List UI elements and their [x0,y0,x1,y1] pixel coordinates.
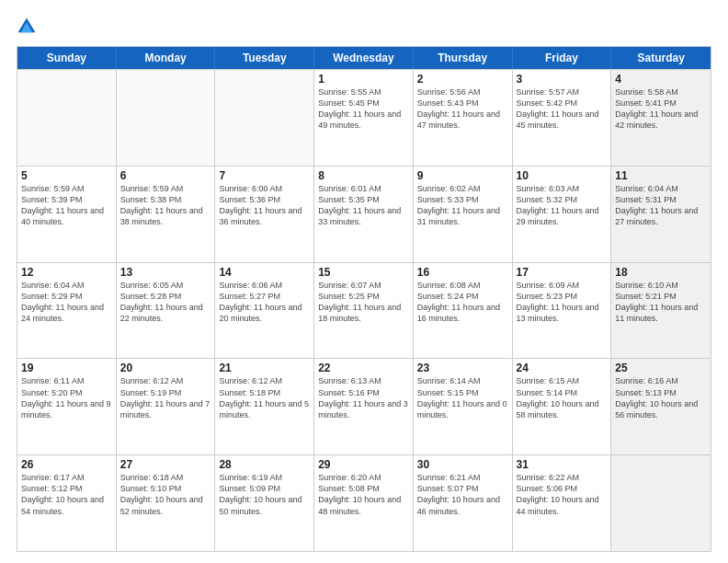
calendar-cell: 4Sunrise: 5:58 AM Sunset: 5:41 PM Daylig… [611,70,711,166]
logo [17,17,40,37]
calendar-cell: 5Sunrise: 5:59 AM Sunset: 5:39 PM Daylig… [17,167,117,262]
day-number: 3 [517,73,608,86]
day-info: Sunrise: 6:18 AM Sunset: 5:10 PM Dayligh… [120,472,211,517]
day-number: 15 [318,266,409,279]
day-info: Sunrise: 6:12 AM Sunset: 5:19 PM Dayligh… [120,375,211,420]
day-info: Sunrise: 5:59 AM Sunset: 5:38 PM Dayligh… [120,183,211,228]
day-number: 30 [417,458,508,471]
day-info: Sunrise: 6:12 AM Sunset: 5:18 PM Dayligh… [219,375,310,420]
day-number: 5 [21,169,112,182]
calendar-row: 19Sunrise: 6:11 AM Sunset: 5:20 PM Dayli… [17,358,711,454]
weekday-header: Saturday [611,47,711,69]
calendar-cell [215,70,314,166]
calendar-row: 1Sunrise: 5:55 AM Sunset: 5:45 PM Daylig… [17,69,711,166]
day-info: Sunrise: 6:06 AM Sunset: 5:27 PM Dayligh… [219,280,310,325]
calendar-cell: 17Sunrise: 6:09 AM Sunset: 5:23 PM Dayli… [513,263,612,359]
day-number: 4 [615,73,707,86]
day-number: 1 [318,73,409,86]
day-number: 10 [517,169,608,182]
weekday-header: Thursday [414,47,513,69]
day-info: Sunrise: 6:02 AM Sunset: 5:33 PM Dayligh… [417,183,508,228]
day-number: 27 [120,458,211,471]
calendar-cell: 13Sunrise: 6:05 AM Sunset: 5:28 PM Dayli… [117,263,216,359]
day-number: 29 [318,458,409,471]
day-info: Sunrise: 6:13 AM Sunset: 5:16 PM Dayligh… [318,375,409,420]
weekday-header: Tuesday [215,47,314,69]
calendar-cell: 3Sunrise: 5:57 AM Sunset: 5:42 PM Daylig… [513,70,612,166]
calendar-cell: 15Sunrise: 6:07 AM Sunset: 5:25 PM Dayli… [314,263,414,359]
day-info: Sunrise: 6:17 AM Sunset: 5:12 PM Dayligh… [21,472,112,517]
day-number: 28 [219,458,310,471]
day-info: Sunrise: 6:15 AM Sunset: 5:14 PM Dayligh… [517,375,608,420]
calendar-cell: 22Sunrise: 6:13 AM Sunset: 5:16 PM Dayli… [314,359,414,454]
day-info: Sunrise: 6:05 AM Sunset: 5:28 PM Dayligh… [120,280,211,325]
day-info: Sunrise: 6:03 AM Sunset: 5:32 PM Dayligh… [517,183,608,228]
day-number: 16 [417,266,508,279]
day-number: 31 [517,458,608,471]
calendar: SundayMondayTuesdayWednesdayThursdayFrid… [17,46,711,552]
day-info: Sunrise: 6:21 AM Sunset: 5:07 PM Dayligh… [417,472,508,517]
day-info: Sunrise: 6:19 AM Sunset: 5:09 PM Dayligh… [219,472,310,517]
weekday-header: Sunday [17,47,117,69]
day-info: Sunrise: 6:08 AM Sunset: 5:24 PM Dayligh… [417,280,508,325]
day-number: 19 [21,362,112,374]
calendar-cell: 31Sunrise: 6:22 AM Sunset: 5:06 PM Dayli… [513,455,612,551]
calendar-row: 5Sunrise: 5:59 AM Sunset: 5:39 PM Daylig… [17,166,711,262]
day-info: Sunrise: 6:04 AM Sunset: 5:29 PM Dayligh… [21,280,112,325]
calendar-cell: 6Sunrise: 5:59 AM Sunset: 5:38 PM Daylig… [117,167,216,262]
day-number: 14 [219,266,310,279]
day-number: 26 [21,458,112,471]
weekday-header: Monday [117,47,216,69]
day-info: Sunrise: 6:00 AM Sunset: 5:36 PM Dayligh… [219,183,310,228]
day-number: 6 [120,169,211,182]
calendar-cell: 9Sunrise: 6:02 AM Sunset: 5:33 PM Daylig… [414,167,513,262]
calendar-cell: 30Sunrise: 6:21 AM Sunset: 5:07 PM Dayli… [414,455,513,551]
calendar-cell: 28Sunrise: 6:19 AM Sunset: 5:09 PM Dayli… [215,455,314,551]
day-number: 24 [517,362,608,374]
day-number: 18 [615,266,707,279]
calendar-cell: 20Sunrise: 6:12 AM Sunset: 5:19 PM Dayli… [117,359,216,454]
calendar-cell: 29Sunrise: 6:20 AM Sunset: 5:08 PM Dayli… [314,455,414,551]
day-info: Sunrise: 6:14 AM Sunset: 5:15 PM Dayligh… [417,375,508,420]
calendar-cell: 27Sunrise: 6:18 AM Sunset: 5:10 PM Dayli… [117,455,216,551]
day-info: Sunrise: 6:22 AM Sunset: 5:06 PM Dayligh… [517,472,608,517]
calendar-row: 26Sunrise: 6:17 AM Sunset: 5:12 PM Dayli… [17,454,711,551]
day-number: 7 [219,169,310,182]
calendar-cell: 12Sunrise: 6:04 AM Sunset: 5:29 PM Dayli… [17,263,117,359]
day-number: 25 [615,362,707,374]
day-info: Sunrise: 6:20 AM Sunset: 5:08 PM Dayligh… [318,472,409,517]
day-info: Sunrise: 6:04 AM Sunset: 5:31 PM Dayligh… [615,183,707,228]
calendar-cell: 25Sunrise: 6:16 AM Sunset: 5:13 PM Dayli… [611,359,711,454]
day-info: Sunrise: 6:01 AM Sunset: 5:35 PM Dayligh… [318,183,409,228]
day-number: 13 [120,266,211,279]
day-info: Sunrise: 5:57 AM Sunset: 5:42 PM Dayligh… [517,86,608,132]
day-number: 22 [318,362,409,374]
logo-icon [17,17,37,37]
day-info: Sunrise: 5:58 AM Sunset: 5:41 PM Dayligh… [615,86,707,132]
calendar-cell [611,455,711,551]
day-number: 2 [417,73,508,86]
calendar-cell: 8Sunrise: 6:01 AM Sunset: 5:35 PM Daylig… [314,167,414,262]
day-info: Sunrise: 6:09 AM Sunset: 5:23 PM Dayligh… [517,280,608,325]
day-number: 20 [120,362,211,374]
calendar-cell: 10Sunrise: 6:03 AM Sunset: 5:32 PM Dayli… [513,167,612,262]
calendar-cell: 24Sunrise: 6:15 AM Sunset: 5:14 PM Dayli… [513,359,612,454]
calendar-cell: 21Sunrise: 6:12 AM Sunset: 5:18 PM Dayli… [215,359,314,454]
calendar-cell: 18Sunrise: 6:10 AM Sunset: 5:21 PM Dayli… [611,263,711,359]
day-info: Sunrise: 6:11 AM Sunset: 5:20 PM Dayligh… [21,375,112,420]
calendar-header: SundayMondayTuesdayWednesdayThursdayFrid… [17,47,711,69]
calendar-body: 1Sunrise: 5:55 AM Sunset: 5:45 PM Daylig… [17,69,711,551]
calendar-cell [117,70,216,166]
calendar-cell: 14Sunrise: 6:06 AM Sunset: 5:27 PM Dayli… [215,263,314,359]
day-info: Sunrise: 5:55 AM Sunset: 5:45 PM Dayligh… [318,86,409,132]
calendar-cell: 1Sunrise: 5:55 AM Sunset: 5:45 PM Daylig… [314,70,414,166]
calendar-cell [17,70,117,166]
day-number: 9 [417,169,508,182]
calendar-cell: 26Sunrise: 6:17 AM Sunset: 5:12 PM Dayli… [17,455,117,551]
calendar-cell: 23Sunrise: 6:14 AM Sunset: 5:15 PM Dayli… [414,359,513,454]
header [17,17,711,37]
day-info: Sunrise: 5:56 AM Sunset: 5:43 PM Dayligh… [417,86,508,132]
day-number: 11 [615,169,707,182]
day-number: 21 [219,362,310,374]
calendar-cell: 11Sunrise: 6:04 AM Sunset: 5:31 PM Dayli… [611,167,711,262]
